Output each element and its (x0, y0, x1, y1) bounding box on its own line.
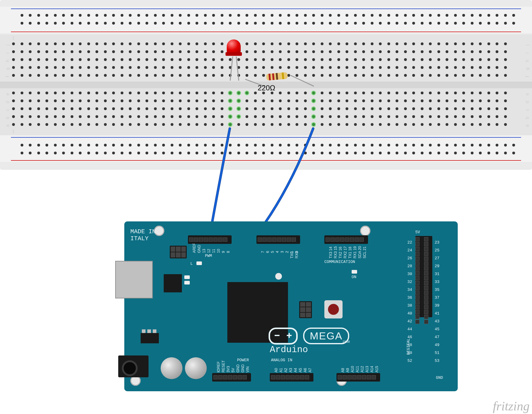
capacitor-icon (185, 357, 207, 379)
l-led-icon (196, 261, 202, 265)
breadboard-terminal-bottom (0, 88, 532, 135)
fivev-label: 5V (415, 230, 420, 234)
reset-button[interactable] (324, 300, 343, 318)
regulator-icon (141, 333, 159, 343)
header-communication (324, 235, 368, 244)
rail-line-blue (11, 8, 521, 9)
power-label: POWER (237, 358, 249, 362)
diagram-canvas: 1 1 jjiihhggffeeddccbbaa 220Ω (0, 0, 532, 414)
made-in-label: MADE IN ITALY (130, 228, 156, 242)
regulator-pin-icon (153, 329, 156, 333)
arduino-logo-icon (269, 328, 298, 345)
chip-icon (164, 274, 182, 292)
rail-line-red (11, 32, 521, 32)
arduino-model-sub: 2560 (343, 340, 350, 344)
header-analog-b (336, 373, 380, 382)
arduino-mega-board: MADE IN ITALY AREFGND131211109876543210T… (124, 221, 458, 391)
header-digital-pwm (188, 235, 232, 244)
capacitor-icon (161, 357, 182, 379)
communication-label: COMMUNICATION (324, 260, 355, 264)
arduino-brand-label: Arduino (270, 345, 308, 355)
l-led-label: L (190, 261, 193, 266)
on-led-icon (352, 270, 357, 274)
led-red-icon (227, 39, 241, 57)
on-led-label: ON (352, 275, 356, 279)
regulator-pin-icon (142, 329, 146, 333)
rail-line-blue (11, 137, 521, 138)
digital-label: DIGITAL (406, 338, 411, 355)
regulator-pin-icon (147, 329, 151, 333)
header-digital (256, 235, 300, 244)
mounting-hole-icon (360, 226, 370, 236)
rx-led-icon (184, 281, 190, 284)
attribution-label: fritzing (493, 399, 530, 413)
analog-in-label: ANALOG IN (271, 358, 292, 362)
rail-line-red (11, 160, 521, 161)
header-power (212, 373, 251, 382)
dc-jack-icon (118, 355, 149, 377)
breadboard-rail-top (0, 7, 532, 33)
header-digital-right (415, 236, 432, 317)
breadboard-column-numbers: 1 (0, 35, 532, 42)
usb-port-icon (115, 261, 153, 298)
pwm-label: PWM (205, 254, 212, 258)
breadboard-column-numbers: 1 (0, 129, 532, 136)
gnd-label: GND (436, 375, 443, 380)
via-icon (275, 273, 282, 280)
header-analog-a (270, 373, 313, 382)
tx-led-icon (184, 275, 190, 279)
resistor-value-label: 220Ω (258, 84, 275, 92)
icsp-header-icon (170, 246, 187, 258)
icsp-header-icon (299, 301, 312, 318)
breadboard-rail-bottom (0, 135, 532, 162)
